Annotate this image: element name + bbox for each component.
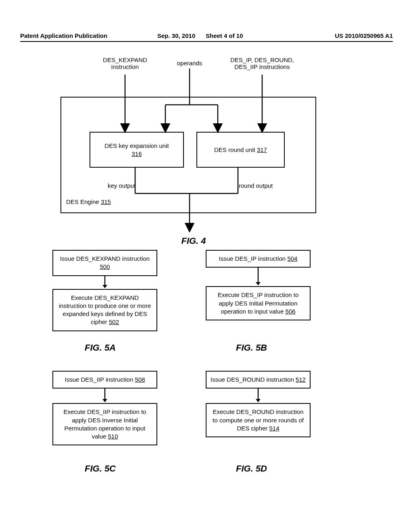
arrow-down-icon	[252, 268, 264, 286]
fig5d-box1-text: Issue DES_ROUND instruction	[211, 376, 296, 383]
fig5d-box2-ref: 514	[269, 425, 280, 432]
fig5a-box2-ref: 502	[109, 318, 119, 325]
figure-5a: Issue DES_KEXPAND instruction 500 Execut…	[52, 250, 157, 331]
key-unit-text: DES key expansion unit	[104, 142, 169, 149]
fig5c-box1-text: Issue DES_IIP instruction	[65, 376, 135, 383]
fig5c-box1: Issue DES_IIP instruction 508	[52, 371, 157, 389]
engine-text: DES Engine	[66, 198, 101, 205]
fig5b-box1: Issue DES_IP instruction 504	[206, 250, 311, 268]
figure-5d: Issue DES_ROUND instruction 512 Execute …	[206, 371, 311, 437]
header-rule	[20, 41, 393, 42]
fig5a-caption: FIG. 5A	[85, 343, 116, 353]
fig5a-box1: Issue DES_KEXPAND instruction 500	[52, 250, 157, 276]
header-date: Sep. 30, 2010	[157, 32, 195, 39]
fig5b-box1-ref: 504	[287, 255, 297, 262]
arrow-down-icon	[99, 276, 111, 289]
round-output-label: round output	[239, 182, 273, 189]
engine-ref: 315	[101, 198, 111, 205]
key-output-label: key output	[108, 182, 136, 189]
des-engine-box: DES key expansion unit 316 DES round uni…	[60, 97, 316, 213]
arrow-down-icon	[99, 389, 111, 403]
fig5c-box2-text: Execute DES_IIP instruction to apply DES…	[64, 408, 146, 440]
fig5a-box2: Execute DES_KEXPAND instruction to produ…	[52, 289, 157, 331]
round-unit-text: DES round unit	[214, 146, 257, 153]
fig5c-box1-ref: 508	[135, 376, 145, 383]
fig5a-box2-text: Execute DES_KEXPAND instruction to produ…	[59, 294, 151, 326]
header-pubno: US 2010/0250965 A1	[335, 32, 393, 39]
fig5a-box1-text: Issue DES_KEXPAND instruction	[60, 255, 150, 262]
figure-5c: Issue DES_IIP instruction 508 Execute DE…	[52, 371, 157, 445]
patent-page: Patent Application Publication Sep. 30, …	[20, 16, 393, 516]
fig5b-box2-ref: 506	[286, 308, 296, 315]
fig5d-box2-text: Execute DES_ROUND instruction to compute…	[213, 408, 304, 432]
fig5b-box1-text: Issue DES_IP instruction	[219, 255, 288, 262]
fig5d-caption: FIG. 5D	[236, 463, 267, 474]
fig5d-box1-ref: 512	[296, 376, 306, 383]
fig5b-box2: Execute DES_IP instruction to apply DES …	[206, 286, 311, 320]
fig5b-caption: FIG. 5B	[236, 343, 267, 353]
des-round-unit: DES round unit 317	[196, 132, 285, 168]
fig5d-box1: Issue DES_ROUND instruction 512	[206, 371, 311, 389]
header-sheet: Sheet 4 of 10	[206, 32, 243, 39]
fig4-caption: FIG. 4	[173, 236, 214, 246]
fig5d-box2: Execute DES_ROUND instruction to compute…	[206, 403, 311, 437]
des-engine-label: DES Engine 315	[66, 198, 111, 205]
fig5c-caption: FIG. 5C	[85, 463, 116, 474]
round-unit-ref: 317	[257, 146, 267, 153]
arrow-down-icon	[252, 389, 264, 403]
fig5c-box2: Execute DES_IIP instruction to apply DES…	[52, 403, 157, 445]
fig5c-box2-ref: 510	[108, 433, 118, 440]
key-unit-ref: 316	[131, 150, 142, 157]
des-key-expansion-unit: DES key expansion unit 316	[90, 132, 184, 168]
fig5a-box1-ref: 500	[100, 263, 110, 270]
header-publication: Patent Application Publication	[20, 32, 107, 39]
figure-5b: Issue DES_IP instruction 504 Execute DES…	[206, 250, 311, 320]
